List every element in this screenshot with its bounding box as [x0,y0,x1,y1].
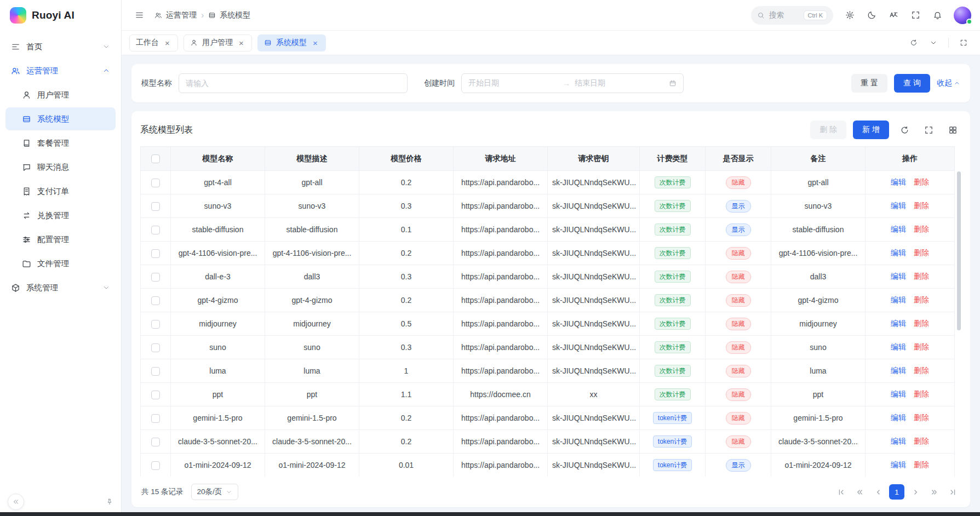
delete-link[interactable]: 删除 [914,460,929,469]
delete-link[interactable]: 删除 [914,201,929,210]
edit-link[interactable]: 编辑 [891,201,906,210]
delete-link[interactable]: 删除 [914,248,929,257]
edit-link[interactable]: 编辑 [891,295,906,304]
last-page-button[interactable] [945,484,960,500]
notifications-button[interactable] [929,7,946,24]
tab-user-mgmt[interactable]: 用户管理 [184,35,252,51]
select-all-checkbox[interactable] [151,154,160,163]
row-checkbox[interactable] [151,249,160,258]
add-button[interactable]: 新 增 [853,121,889,139]
user-menu[interactable] [954,7,971,24]
cell-operations: 编辑删除 [866,194,955,218]
delete-link[interactable]: 删除 [914,342,929,351]
prev-page-button[interactable] [870,484,886,500]
sidebar-item-file-mgmt[interactable]: 文件管理 [5,252,116,275]
language-button[interactable] [885,7,902,24]
jump-forward-button[interactable] [926,484,942,500]
row-checkbox[interactable] [151,391,160,399]
sidebar-item-exchange-mgmt[interactable]: 兑换管理 [5,204,116,227]
row-checkbox[interactable] [151,414,160,423]
row-checkbox[interactable] [151,273,160,282]
sidebar-item-package-mgmt[interactable]: 套餐管理 [5,131,116,154]
breadcrumb-system-model[interactable]: 系统模型 [208,10,250,20]
edit-link[interactable]: 编辑 [891,319,906,328]
sidebar-item-system-model[interactable]: 系统模型 [5,107,116,130]
next-page-button[interactable] [908,484,923,500]
delete-link[interactable]: 删除 [914,177,929,186]
row-checkbox[interactable] [151,179,160,187]
model-name-input[interactable] [179,73,408,93]
edit-link[interactable]: 编辑 [891,342,906,351]
delete-link[interactable]: 删除 [914,319,929,328]
close-icon[interactable] [163,38,171,48]
edit-link[interactable]: 编辑 [891,177,906,186]
edit-link[interactable]: 编辑 [891,366,906,375]
cell-operations: 编辑删除 [866,171,955,194]
close-icon[interactable] [311,38,319,48]
sidebar-item-home[interactable]: 首页 [5,35,116,58]
sidebar-item-config-mgmt[interactable]: 配置管理 [5,228,116,251]
table-toolbar: 删 除 新 增 [810,121,961,139]
tab-workbench[interactable]: 工作台 [129,35,178,51]
sidebar-collapse-button[interactable] [8,494,24,510]
refresh-table-button[interactable] [896,121,913,139]
date-range-picker[interactable]: 开始日期 结束日期 [461,73,684,93]
delete-link[interactable]: 删除 [914,295,929,304]
row-checkbox[interactable] [151,226,160,234]
delete-link[interactable]: 删除 [914,272,929,280]
billing-type-badge: 次数计费 [655,318,691,330]
delete-link[interactable]: 删除 [914,389,929,398]
batch-delete-button[interactable]: 删 除 [810,121,846,139]
global-search[interactable]: 搜索 Ctrl K [751,6,833,25]
sidebar-item-system-mgmt[interactable]: 系统管理 [5,276,116,299]
fullscreen-table-button[interactable] [920,121,937,139]
first-page-button[interactable] [833,484,849,500]
edit-link[interactable]: 编辑 [891,225,906,233]
delete-link[interactable]: 删除 [914,413,929,422]
fullscreen-button[interactable] [907,7,924,24]
current-page-button[interactable]: 1 [889,484,904,500]
pin-sidebar-button[interactable] [106,498,113,506]
breadcrumb-operations[interactable]: 运营管理 [154,10,197,20]
row-checkbox[interactable] [151,343,160,352]
tab-options-button[interactable] [925,34,942,51]
sidebar-item-user-mgmt[interactable]: 用户管理 [5,83,116,106]
row-checkbox[interactable] [151,296,160,305]
scrollbar-thumb[interactable] [957,171,961,330]
refresh-page-button[interactable] [905,34,922,51]
sidebar-item-chat-messages[interactable]: 聊天消息 [5,156,116,179]
close-icon[interactable] [237,38,245,48]
tab-system-model[interactable]: 系统模型 [257,35,326,51]
query-button[interactable]: 查 询 [894,74,930,93]
edit-link[interactable]: 编辑 [891,272,906,280]
edit-link[interactable]: 编辑 [891,413,906,422]
edit-link[interactable]: 编辑 [891,460,906,469]
delete-link[interactable]: 删除 [914,225,929,233]
row-checkbox[interactable] [151,320,160,329]
sidebar-item-operations[interactable]: 运营管理 [5,59,116,82]
delete-link[interactable]: 删除 [914,437,929,445]
sidebar-menu: 首页 运营管理 用户管理 系统模型 套餐管理 聊天消息 [0,31,121,488]
sidebar-toggle-button[interactable] [130,7,148,24]
maximize-content-button[interactable] [955,34,972,51]
page-size-select[interactable]: 20条/页 [191,484,239,500]
theme-toggle-button[interactable] [863,7,880,24]
row-checkbox[interactable] [151,202,160,211]
settings-button[interactable] [841,7,858,24]
fullscreen-icon [911,10,920,20]
delete-link[interactable]: 删除 [914,366,929,375]
row-checkbox[interactable] [151,438,160,446]
reset-button[interactable]: 重 置 [851,74,887,93]
column-settings-button[interactable] [944,121,961,139]
edit-link[interactable]: 编辑 [891,248,906,257]
collapse-filter-link[interactable]: 收起 [937,78,960,88]
edit-link[interactable]: 编辑 [891,389,906,398]
cell-request-url: https://api.pandarobo... [454,312,548,336]
row-checkbox[interactable] [151,461,160,470]
edit-link[interactable]: 编辑 [891,437,906,445]
table-scrollbar[interactable] [956,146,961,477]
jump-back-button[interactable] [852,484,867,500]
cell-model-price: 1.1 [359,383,454,406]
sidebar-item-payment-orders[interactable]: 支付订单 [5,180,116,203]
row-checkbox[interactable] [151,367,160,376]
